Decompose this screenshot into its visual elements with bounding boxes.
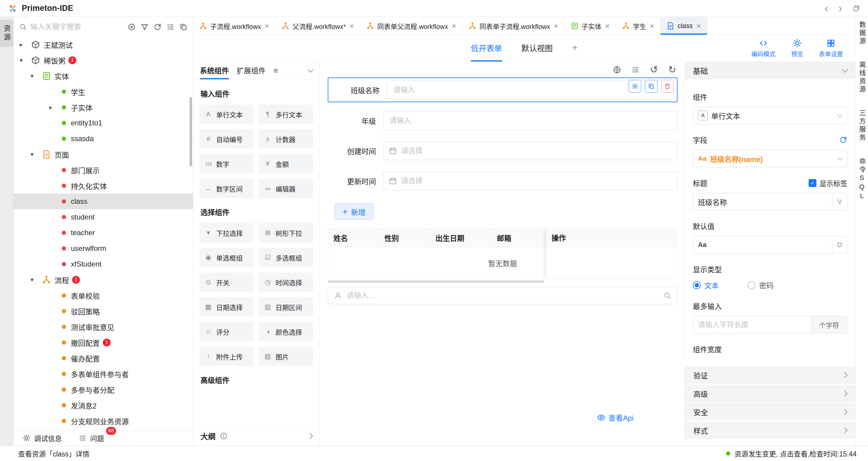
tree-item[interactable]: ssasda — [13, 131, 193, 147]
component-type-select[interactable]: A 单行文本 — [693, 107, 847, 124]
chevron-down-icon[interactable]: ▾ — [20, 57, 31, 64]
refresh-field-icon[interactable] — [839, 136, 847, 144]
close-icon[interactable]: × — [349, 22, 354, 30]
add-row-button[interactable]: + 新增 — [334, 204, 374, 220]
search-icon[interactable] — [663, 291, 671, 299]
component-item-counter[interactable]: ±计数器 — [259, 129, 313, 149]
status-change-notice[interactable]: 资源发生变更, 点击查看,检查时间:15:44 — [726, 448, 857, 459]
class-name-input[interactable] — [393, 85, 668, 94]
chevron-down-icon[interactable]: ▾ — [30, 72, 42, 80]
component-item-single-line-text[interactable]: A单行文本 — [199, 104, 254, 124]
tree-item[interactable]: 表单校验 — [13, 288, 193, 303]
problems-button[interactable]: 问题 68 — [79, 433, 104, 443]
outline-list-icon[interactable] — [631, 66, 640, 74]
search-input[interactable] — [30, 22, 125, 31]
tab-extension-components[interactable]: 扩展组件 — [237, 62, 266, 79]
component-item-switch[interactable]: ⊙开关 — [199, 273, 254, 292]
section-advanced[interactable]: 高级 — [685, 385, 855, 402]
create-time-input[interactable] — [400, 146, 672, 155]
component-item-date-range[interactable]: ▥日期区间 — [259, 297, 313, 316]
default-variable-toggle[interactable]: D — [832, 236, 847, 253]
tree-item[interactable]: 催办配置 — [13, 350, 193, 366]
column-header[interactable]: 姓名 — [328, 228, 379, 247]
radio-text[interactable]: 文本 — [693, 280, 719, 290]
component-item-tree-dropdown[interactable]: ⊞树形下拉 — [259, 223, 313, 242]
title-variable-toggle[interactable]: V — [832, 193, 847, 210]
refresh-icon[interactable] — [153, 23, 162, 31]
component-item-auto-number[interactable]: #自动编号 — [199, 129, 254, 149]
form-field-grade[interactable]: 年级 — [328, 111, 678, 130]
tree-item[interactable]: 驳回策略 — [13, 303, 193, 319]
tree-item-pages[interactable]: ▾页面 — [13, 147, 193, 162]
collapse-panel-icon[interactable] — [308, 67, 314, 73]
tree-item[interactable]: 父流程 — [13, 429, 193, 430]
table-search-input[interactable] — [346, 291, 659, 300]
component-item-date-picker[interactable]: ▦日期选择 — [199, 297, 254, 316]
update-time-input[interactable] — [400, 176, 672, 185]
section-security[interactable]: 安全 — [685, 403, 855, 421]
component-item-image[interactable]: ▨图片 — [259, 347, 313, 366]
tree-item-workflows[interactable]: ▾流程1 — [13, 272, 193, 288]
editor-tab-class[interactable]: class× — [660, 17, 707, 35]
component-item-editor[interactable]: A≡编辑器 — [259, 179, 313, 198]
default-value-input[interactable] — [706, 241, 832, 249]
ai-assistant-icon[interactable] — [127, 23, 136, 31]
preview-button[interactable]: 预览 — [791, 39, 803, 58]
nav-back-icon[interactable]: ‹ — [825, 3, 828, 14]
rail-tab-offline-resources[interactable]: 离线资源 — [857, 61, 867, 94]
component-item-radio-group[interactable]: ◉单选框组 — [199, 248, 254, 267]
close-icon[interactable]: × — [696, 22, 701, 30]
locate-icon[interactable] — [179, 23, 188, 31]
tree-item[interactable]: ▸王斌测试 — [13, 37, 193, 53]
title-input[interactable] — [693, 197, 832, 206]
field-delete-button[interactable] — [661, 80, 674, 93]
redo-icon[interactable]: ↻ — [668, 65, 676, 74]
tree-item[interactable]: xfStudent — [13, 256, 193, 272]
rail-tab-datasource[interactable]: 数据源 — [857, 21, 867, 45]
close-icon[interactable]: × — [554, 22, 558, 30]
tree-item[interactable]: 测试审批意见 — [13, 319, 193, 335]
column-header-actions[interactable]: 操作 — [546, 228, 677, 247]
tree-item[interactable]: userwlform — [13, 241, 193, 256]
field-settings-button[interactable] — [629, 80, 641, 93]
sidebar-scrollbar[interactable] — [190, 97, 192, 166]
filter-icon[interactable] — [141, 23, 149, 31]
tree-item[interactable]: 多表单组件参与者 — [13, 366, 193, 382]
tree-item[interactable]: ▸子实体 — [13, 99, 193, 115]
tab-lowcode-form[interactable]: 低开表单 — [471, 35, 502, 62]
grade-input[interactable] — [389, 116, 672, 125]
tree-item[interactable]: teacher — [13, 225, 193, 241]
close-icon[interactable]: × — [650, 22, 654, 30]
editor-tab[interactable]: 同表单父流程.workflowx× — [360, 17, 463, 35]
field-copy-button[interactable] — [645, 80, 657, 93]
component-item-number-range[interactable]: ↔数字区间 — [199, 179, 254, 198]
component-item-time-picker[interactable]: ◷时间选择 — [259, 273, 313, 292]
table-h-scrollbar[interactable] — [328, 280, 545, 283]
component-item-color-picker[interactable]: ◑颜色选择 — [259, 322, 313, 341]
nav-forward-icon[interactable]: › — [838, 3, 842, 14]
tree-item-entities[interactable]: ▾实体 — [13, 68, 193, 84]
editor-tab[interactable]: 学生× — [616, 17, 660, 35]
show-label-checkbox[interactable]: ✓ 显示标签 — [809, 178, 847, 188]
outline-bar[interactable]: 大纲 — [193, 426, 319, 445]
tab-system-components[interactable]: 系统组件 — [200, 62, 229, 79]
undo-icon[interactable]: ↺ — [650, 65, 658, 74]
tree-item-class[interactable]: class — [13, 193, 193, 209]
column-header[interactable]: 性别 — [379, 228, 430, 247]
editor-tab[interactable]: 子实体× — [565, 17, 616, 35]
rail-tab-resources[interactable]: 资源 — [0, 20, 13, 47]
column-header[interactable]: 邮箱 — [491, 228, 552, 247]
section-validation[interactable]: 验证 — [685, 366, 855, 384]
tree-item[interactable]: 发消息2 — [13, 397, 193, 413]
tree-item[interactable]: 学生 — [13, 84, 193, 99]
component-menu-icon[interactable]: ≡ — [274, 66, 278, 75]
form-field-update-time[interactable]: 更新时间 — [328, 172, 678, 190]
tree-item[interactable]: 部门展示 — [13, 162, 193, 178]
close-icon[interactable]: × — [452, 22, 456, 30]
chevron-down-icon[interactable]: ▾ — [30, 276, 42, 283]
form-field-create-time[interactable]: 创建时间 — [328, 142, 678, 160]
tree-item[interactable]: student — [13, 209, 193, 225]
component-item-checkbox-group[interactable]: ☑多选框组 — [259, 248, 313, 267]
tree-item[interactable]: 分支规则业务资源 — [13, 413, 193, 429]
code-mode-button[interactable]: 编码模式 — [751, 39, 775, 58]
